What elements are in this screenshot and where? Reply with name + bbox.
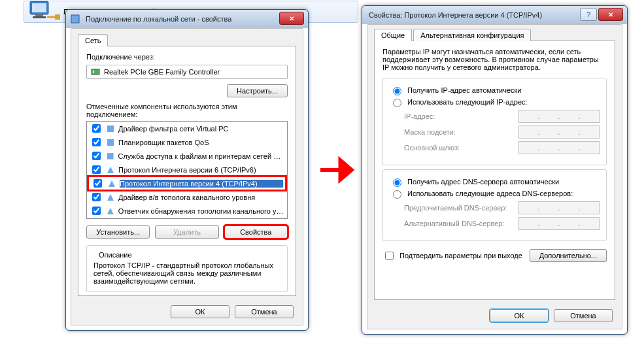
dns-manual-radio[interactable] (393, 190, 401, 199)
ip-auto-radio[interactable] (393, 87, 401, 95)
list-item-ipv4[interactable]: Протокол Интернета версии 4 (TCP/IPv4) (88, 176, 286, 190)
item-checkbox[interactable] (93, 179, 102, 188)
svg-rect-3 (33, 16, 46, 18)
ipv4-properties-dialog: Свойства: Протокол Интернета версии 4 (T… (362, 5, 628, 335)
dns-preferred-label: Предпочитаемый DNS-сервер: (404, 204, 518, 212)
components-label: Отмеченные компоненты используются этим … (86, 103, 288, 118)
close-button[interactable]: ✕ (598, 8, 623, 21)
item-checkbox[interactable] (92, 207, 101, 215)
item-checkbox[interactable] (92, 193, 101, 201)
list-item[interactable]: Протокол Интернета версии 6 (TCP/IPv6) (87, 163, 287, 176)
description-heading: Описание (96, 251, 135, 259)
install-button[interactable]: Установить... (86, 225, 150, 239)
arrow-annotation (317, 150, 356, 191)
item-checkbox[interactable] (92, 138, 101, 146)
confirm-on-exit-checkbox[interactable] (385, 252, 394, 260)
dns-auto-radio[interactable] (393, 178, 401, 187)
list-item[interactable]: Служба доступа к файлам и принтерам сете… (87, 149, 287, 163)
qos-icon (106, 138, 115, 147)
subnet-mask-input: ... (518, 125, 600, 139)
help-text: Параметры IP могут назначаться автоматич… (382, 48, 607, 71)
file-share-icon (106, 152, 114, 161)
ipv4-icon (107, 179, 116, 188)
configure-button[interactable]: Настроить... (227, 84, 288, 97)
subnet-mask-label: Маска подсети: (404, 128, 518, 136)
ipv6-icon (106, 165, 115, 174)
ip-address-input: ... (518, 110, 600, 123)
help-button[interactable]: ? (580, 8, 597, 21)
svg-rect-7 (93, 71, 94, 73)
tab-network[interactable]: Сеть (78, 34, 108, 46)
svg-rect-1 (32, 3, 46, 12)
nic-icon (91, 67, 100, 76)
svg-rect-9 (107, 139, 114, 146)
lltd-responder-icon (106, 207, 115, 216)
dns-alt-label: Альтернативный DNS-сервер: (404, 220, 518, 227)
connect-via-label: Подключение через: (86, 53, 288, 61)
svg-rect-6 (92, 69, 99, 75)
lltd-driver-icon (106, 193, 115, 202)
adapter-name: Realtek PCIe GBE Family Controller (104, 68, 220, 76)
ip-address-label: IP-адрес: (404, 112, 518, 120)
cancel-button[interactable]: Отмена (554, 309, 613, 322)
svg-rect-8 (107, 125, 114, 132)
svg-rect-2 (35, 14, 43, 16)
list-item[interactable]: Драйвер в/в тополога канального уровня (87, 190, 287, 204)
confirm-on-exit-label: Подтвердить параметры при выходе (399, 252, 522, 259)
list-item[interactable]: Ответчик обнаружения топологии канальног… (87, 204, 287, 218)
dialog1-title: Подключение по локальной сети - свойства (86, 15, 231, 23)
gateway-label: Основной шлюз: (404, 144, 518, 152)
cancel-button[interactable]: Отмена (235, 305, 294, 318)
close-button[interactable]: ✕ (279, 12, 304, 25)
ip-auto-label: Получить IP-адрес автоматически (407, 86, 521, 94)
item-checkbox[interactable] (92, 165, 101, 174)
dialog2-title: Свойства: Протокол Интернета версии 4 (T… (369, 11, 542, 19)
properties-icon (70, 14, 80, 24)
filter-driver-icon (106, 124, 115, 133)
remove-button: Удалить (155, 225, 218, 239)
properties-button[interactable]: Свойства (224, 225, 288, 239)
adapter-field[interactable]: Realtek PCIe GBE Family Controller (86, 65, 288, 79)
list-item[interactable]: Драйвер фильтра сети Virtual PC (87, 122, 287, 135)
connection-properties-dialog: Подключение по локальной сети - свойства… (65, 9, 309, 331)
ok-button[interactable]: ОК (490, 309, 549, 322)
gateway-input: ... (518, 141, 600, 154)
item-checkbox[interactable] (92, 152, 101, 160)
advanced-button[interactable]: Дополнительно... (530, 249, 607, 262)
svg-rect-10 (107, 153, 114, 159)
tab-alt-config[interactable]: Альтернативная конфигурация (413, 29, 531, 41)
svg-rect-5 (71, 15, 79, 23)
dns-preferred-input: ... (518, 201, 600, 214)
ip-manual-radio[interactable] (393, 99, 401, 107)
network-adapter-icon (27, 0, 60, 26)
components-list[interactable]: Драйвер фильтра сети Virtual PC Планиров… (86, 121, 288, 219)
ip-manual-label: Использовать следующий IP-адрес: (407, 98, 528, 106)
dns-alt-input: ... (518, 217, 600, 230)
list-item[interactable]: Планировщик пакетов QoS (87, 135, 287, 149)
description-text: Протокол TCP/IP - стандартный протокол г… (93, 261, 280, 285)
dns-auto-label: Получить адрес DNS-сервера автоматически (407, 178, 559, 186)
dns-manual-label: Использовать следующие адреса DNS-сервер… (407, 190, 573, 197)
svg-rect-4 (55, 14, 60, 20)
tab-general[interactable]: Общие (374, 29, 412, 41)
ok-button[interactable]: ОК (171, 305, 229, 318)
item-checkbox[interactable] (92, 124, 101, 133)
